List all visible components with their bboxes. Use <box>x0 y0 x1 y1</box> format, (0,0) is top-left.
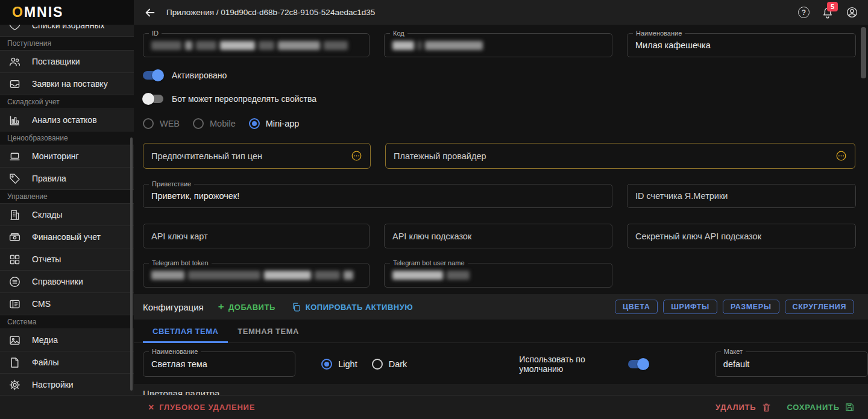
sidebar-item[interactable]: Поставщики <box>0 51 134 73</box>
payment-provider-select[interactable]: Платежный провайдер <box>385 143 855 169</box>
platform-radio-mobile[interactable]: Mobile <box>193 118 236 129</box>
redacted-value <box>151 41 348 50</box>
sidebar-item-label: Анализ остатков <box>32 115 97 125</box>
platform-radio-miniapp[interactable]: Mini-app <box>249 118 300 129</box>
sidebar-item[interactable]: Медиа <box>0 329 134 351</box>
theme-name-field[interactable]: Наименование Светлая тема <box>143 351 295 377</box>
app-window: OMNIS Приложения / 019d90cd-d68b-72c8-91… <box>0 0 868 419</box>
list-circle-icon <box>8 276 21 288</box>
save-button[interactable]: СОХРАНИТЬ <box>787 402 855 412</box>
use-default-toggle[interactable] <box>628 360 649 368</box>
layout-field[interactable]: Макет default <box>715 351 868 377</box>
help-icon[interactable]: ? <box>798 7 810 18</box>
bottom-action-bar: × ГЛУБОКОЕ УДАЛЕНИЕ УДАЛИТЬ СОХРАНИТЬ <box>0 395 868 419</box>
greeting-field-value: Приветик, пирожочек! <box>151 191 239 201</box>
maps-api-key-field[interactable]: API ключ карт <box>143 224 370 248</box>
bot-override-toggle[interactable] <box>143 95 163 103</box>
metrika-placeholder: ID счетчика Я.Метрики <box>635 191 728 201</box>
code-field[interactable]: Код <box>384 33 612 57</box>
add-configuration-button[interactable]: + ДОБАВИТЬ <box>218 303 275 312</box>
tg-username-field[interactable]: Telegram bot user name <box>384 263 612 288</box>
sidebar-item[interactable]: Мониторинг <box>0 145 134 168</box>
greeting-field[interactable]: Приветствие Приветик, пирожочек! <box>143 184 612 208</box>
building-icon <box>8 209 21 221</box>
color-palette-section: Цветовая палитра <box>134 384 868 395</box>
use-default-toggle-label: Использовать по умолчанию <box>519 354 618 374</box>
activated-toggle[interactable] <box>143 71 163 80</box>
hints-secret-key-field[interactable]: Секретный ключ API подсказок <box>627 224 856 248</box>
color-palette-heading: Цветовая палитра <box>143 388 868 395</box>
sidebar-item-label: Заявки на поставку <box>32 79 108 89</box>
main-content: ID Код Наименование Милая кафешечка Акти… <box>134 25 868 395</box>
logo-letter-o: O <box>12 4 24 20</box>
sizes-button[interactable]: РАЗМЕРЫ <box>723 300 779 314</box>
hints-api-placeholder: API ключ подсказок <box>392 232 471 241</box>
media-image-icon <box>8 334 21 347</box>
sidebar-item-label: Справочники <box>32 277 83 286</box>
hints-api-key-field[interactable]: API ключ подсказок <box>384 224 612 248</box>
activated-toggle-label: Активировано <box>172 71 227 80</box>
tg-token-field[interactable]: Telegram bot token <box>143 263 370 288</box>
sidebar-list: Списки избранныхПоступленияПоставщикиЗая… <box>0 25 134 418</box>
account-button[interactable] <box>846 6 858 19</box>
colors-button[interactable]: ЦВЕТА <box>615 300 658 314</box>
help-glyph: ? <box>802 8 806 17</box>
sidebar-item[interactable]: Правила <box>0 168 134 190</box>
gear-icon <box>8 379 21 391</box>
sidebar-item-label: Списки избранных <box>32 25 105 30</box>
save-label: СОХРАНИТЬ <box>787 403 840 412</box>
logo-letters-rest: MNIS <box>24 4 64 20</box>
price-type-select[interactable]: Предпочтительный тип цен <box>143 143 371 169</box>
roundings-button[interactable]: СКРУГЛЕНИЯ <box>785 300 854 314</box>
copy-active-configuration-button[interactable]: КОПИРОВАТЬ АКТИВНУЮ <box>291 302 413 312</box>
sidebar-item[interactable]: Анализ остатков <box>0 109 134 131</box>
breadcrumb: Приложения / 019d90cd-d68b-72c8-9105-524… <box>166 8 375 17</box>
delete-button[interactable]: УДАЛИТЬ <box>715 402 772 412</box>
configuration-title: Конфигурация <box>143 302 204 312</box>
sidebar-section-header: Поступления <box>0 37 134 51</box>
sidebar-item[interactable]: Списки избранных <box>0 25 134 37</box>
theme-name-label: Наименование <box>149 348 201 355</box>
metrika-field[interactable]: ID счетчика Я.Метрики <box>627 184 856 208</box>
people-icon <box>8 55 21 68</box>
main-scrollbar[interactable] <box>861 27 866 78</box>
name-field-value: Милая кафешечка <box>635 40 711 50</box>
sidebar-item[interactable]: Справочники <box>0 271 134 293</box>
ellipsis-circle-icon[interactable] <box>351 150 362 162</box>
tg-token-label: Telegram bot token <box>149 259 212 266</box>
sidebar-item[interactable]: Финансовый учет <box>0 226 134 248</box>
sidebar-item[interactable]: Отчеты <box>0 248 134 271</box>
copy-button-label: КОПИРОВАТЬ АКТИВНУЮ <box>306 303 413 312</box>
save-disk-icon <box>844 402 855 412</box>
id-field-label: ID <box>149 30 162 37</box>
heart-icon <box>8 25 21 32</box>
sidebar-scrollbar[interactable] <box>130 137 133 391</box>
platform-radio-web[interactable]: WEB <box>143 118 180 129</box>
sidebar-item-label: Склады <box>32 210 63 219</box>
fonts-button[interactable]: ШРИФТЫ <box>663 300 717 314</box>
redacted-value <box>392 271 470 280</box>
money-icon <box>8 231 21 244</box>
back-arrow-icon[interactable] <box>143 6 157 19</box>
cms-card-icon <box>8 298 21 310</box>
top-header: OMNIS Приложения / 019d90cd-d68b-72c8-91… <box>0 0 868 25</box>
layout-field-value: default <box>723 359 750 369</box>
payment-provider-placeholder: Платежный провайдер <box>394 151 486 161</box>
sidebar-item-label: Настройки <box>32 380 74 389</box>
sidebar-item[interactable]: CMS <box>0 293 134 315</box>
id-field[interactable]: ID <box>143 33 370 57</box>
sidebar-item[interactable]: Склады <box>0 204 134 226</box>
tab-dark-theme[interactable]: ТЕМНАЯ ТЕМА <box>228 320 309 342</box>
ellipsis-circle-icon[interactable] <box>835 150 847 162</box>
mode-radio-dark[interactable]: Dark <box>372 359 407 370</box>
name-field[interactable]: Наименование Милая кафешечка <box>627 33 856 57</box>
tab-light-theme[interactable]: СВЕТЛАЯ ТЕМА <box>143 320 228 342</box>
brand-logo[interactable]: OMNIS <box>0 0 134 25</box>
sidebar-item[interactable]: Заявки на поставку <box>0 73 134 95</box>
notifications-button[interactable]: 5 <box>821 6 834 19</box>
sidebar-item[interactable]: Настройки <box>0 374 134 396</box>
sidebar-item[interactable]: Файлы <box>0 351 134 374</box>
mode-radio-light[interactable]: Light <box>321 359 357 370</box>
deep-delete-button[interactable]: × ГЛУБОКОЕ УДАЛЕНИЕ <box>148 403 255 412</box>
tag-icon <box>8 172 21 185</box>
